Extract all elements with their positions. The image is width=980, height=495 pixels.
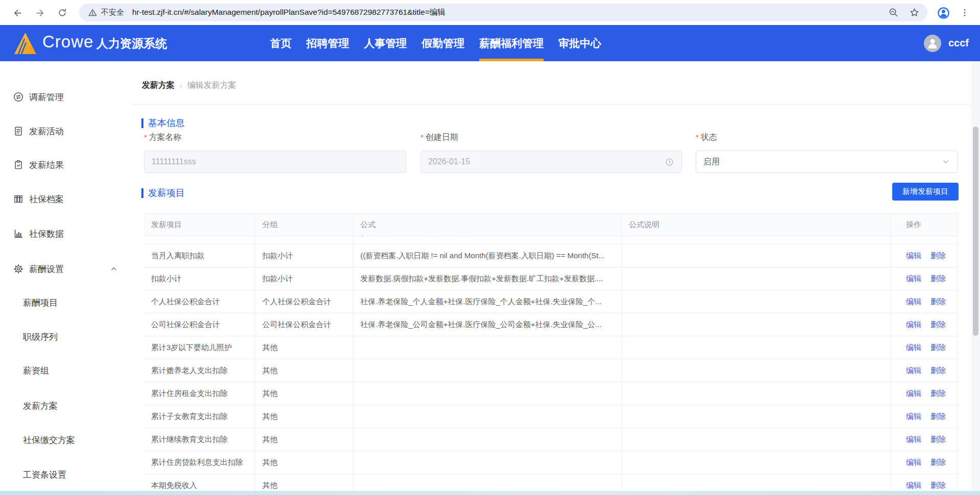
address-bar[interactable]: 不安全 hr-test.zjf-it.cn/#/salaryManagement…	[79, 4, 927, 21]
nav-item[interactable]: 首页	[270, 25, 291, 61]
delete-link[interactable]: 删除	[930, 297, 946, 307]
cell-actions: 编辑删除	[891, 382, 958, 405]
required-marker: *	[144, 133, 147, 141]
clipped-table-row-wrapper: 旷工扣款扣款小计(发薪数据.迟到分钟数/应发工资/22...编辑删除	[144, 236, 958, 244]
sidebar-subitem[interactable]: 社保缴交方案	[0, 432, 131, 448]
cell-formula	[353, 405, 622, 428]
delete-link[interactable]: 删除	[930, 343, 946, 353]
payroll-items-table: 发薪项目分组公式公式说明操作旷工扣款扣款小计(发薪数据.迟到分钟数/应发工资/2…	[144, 213, 958, 495]
cell-actions: 编辑删除	[891, 451, 958, 474]
security-chip[interactable]: 不安全	[88, 8, 124, 17]
edit-link[interactable]: 编辑	[906, 343, 921, 353]
bookmark-button[interactable]	[909, 7, 920, 18]
edit-link[interactable]: 编辑	[906, 412, 921, 422]
url-text[interactable]: hr-test.zjf-it.cn/#/salaryManagement/pay…	[132, 7, 888, 18]
sidebar-item[interactable]: 社保数据	[0, 225, 131, 242]
forward-button[interactable]	[30, 3, 50, 23]
delete-link[interactable]: 删除	[930, 274, 946, 284]
edit-link[interactable]: 编辑	[906, 458, 921, 467]
username: cccf	[948, 37, 969, 49]
plan-name-input[interactable]: 11111111sss	[144, 151, 406, 173]
create-date-value: 2026-01-15	[428, 157, 665, 166]
delete-link[interactable]: 删除	[930, 366, 946, 376]
divider	[131, 104, 980, 105]
sidebar-subitem[interactable]: 工资条设置	[0, 466, 131, 483]
col-header-note: 公式说明	[622, 214, 891, 236]
delete-link[interactable]: 删除	[930, 412, 946, 422]
edit-link[interactable]: 编辑	[906, 389, 921, 399]
browser-profile-button[interactable]	[933, 3, 953, 23]
edit-link[interactable]: 编辑	[906, 435, 921, 444]
sidebar-item[interactable]: 社保档案	[0, 190, 131, 208]
cell-item: 当月入离职扣款	[144, 244, 255, 267]
sidebar-subitem[interactable]: 薪资组	[0, 362, 131, 379]
sidebar-item-label: 社保档案	[29, 193, 64, 205]
nav-item[interactable]: 招聘管理	[306, 25, 349, 61]
edit-link[interactable]: 编辑	[906, 481, 921, 490]
add-payroll-item-button[interactable]: 新增发薪项目	[892, 183, 959, 201]
status-select[interactable]: 启用	[696, 151, 958, 173]
breadcrumb-parent[interactable]: 发薪方案	[142, 80, 175, 91]
nav-item[interactable]: 假勤管理	[422, 25, 464, 61]
app-title: 人力资源系统	[96, 36, 167, 52]
main-nav: 首页招聘管理人事管理假勤管理薪酬福利管理审批中心	[270, 25, 601, 61]
sidebar-subitem[interactable]: 发薪方案	[0, 398, 131, 414]
chevron-down-icon	[941, 157, 950, 166]
nav-item[interactable]: 审批中心	[558, 25, 601, 61]
browser-menu-button[interactable]	[954, 3, 975, 23]
create-date-input[interactable]: 2026-01-15	[421, 151, 682, 173]
sidebar-item-label: 发薪结果	[29, 159, 64, 171]
chevron-up-icon[interactable]	[110, 265, 118, 273]
sidebar-subitem-label: 工资条设置	[23, 469, 66, 481]
sidebar-item[interactable]: 调薪管理	[0, 88, 131, 106]
nav-item[interactable]: 薪酬福利管理	[479, 25, 544, 61]
table-row: 当月入离职扣款扣款小计((薪资档案.入职日期 != nil and Month(…	[144, 244, 958, 267]
sidebar-item[interactable]: 发薪结果	[0, 156, 131, 174]
profile-icon	[937, 6, 950, 20]
edit-link[interactable]: 编辑	[906, 366, 921, 376]
delete-link[interactable]: 删除	[930, 251, 946, 261]
sidebar-item[interactable]: 发薪活动	[0, 122, 131, 140]
cell-formula	[353, 382, 622, 405]
horizontal-scrollbar[interactable]	[0, 491, 980, 495]
section-basic-info: 基本信息	[141, 117, 185, 129]
sidebar-item[interactable]: 薪酬设置	[0, 260, 131, 278]
cell-actions: 编辑删除	[891, 359, 958, 382]
sidebar-item-clipped[interactable]: 薪资档案	[0, 61, 131, 65]
sidebar-subitem-label: 社保缴交方案	[23, 434, 75, 446]
delete-link[interactable]: 删除	[930, 236, 946, 238]
vertical-scrollbar-thumb[interactable]	[973, 127, 978, 336]
back-button[interactable]	[7, 3, 28, 23]
user-menu[interactable]: cccf	[924, 25, 969, 61]
cell-actions: 编辑删除	[891, 336, 958, 359]
cell-actions: 编辑删除	[891, 405, 958, 428]
edit-link[interactable]: 编辑	[906, 297, 921, 307]
reload-button[interactable]	[52, 3, 72, 23]
delete-link[interactable]: 删除	[930, 435, 946, 444]
col-header-item: 发薪项目	[144, 214, 255, 236]
edit-link[interactable]: 编辑	[906, 274, 921, 284]
nav-item-label: 审批中心	[558, 36, 601, 51]
sidebar-item-label: 调薪管理	[29, 91, 64, 103]
required-marker: *	[421, 133, 424, 141]
delete-link[interactable]: 删除	[930, 458, 946, 467]
col-header-group: 分组	[255, 214, 353, 236]
cell-item: 公司社保公积金合计	[144, 313, 255, 336]
delete-link[interactable]: 删除	[930, 481, 946, 490]
zoom-out-button[interactable]	[888, 7, 899, 18]
cell-formula	[353, 451, 622, 474]
delete-link[interactable]: 删除	[930, 320, 946, 330]
cell-actions: 编辑删除	[891, 313, 958, 336]
edit-link[interactable]: 编辑	[906, 236, 921, 238]
sidebar-subitem[interactable]: 薪酬项目	[0, 294, 131, 311]
nav-item[interactable]: 人事管理	[364, 25, 407, 61]
vertical-scrollbar[interactable]	[971, 61, 980, 491]
document-icon	[13, 61, 24, 62]
edit-link[interactable]: 编辑	[906, 251, 921, 261]
sidebar-subitem[interactable]: 职级序列	[0, 329, 131, 345]
app-header: Crowe 人力资源系统 首页招聘管理人事管理假勤管理薪酬福利管理审批中心 cc…	[0, 25, 980, 61]
delete-link[interactable]: 删除	[930, 389, 946, 399]
clock-icon	[665, 157, 674, 167]
field-label: 方案名称	[149, 133, 182, 141]
edit-link[interactable]: 编辑	[906, 320, 921, 330]
